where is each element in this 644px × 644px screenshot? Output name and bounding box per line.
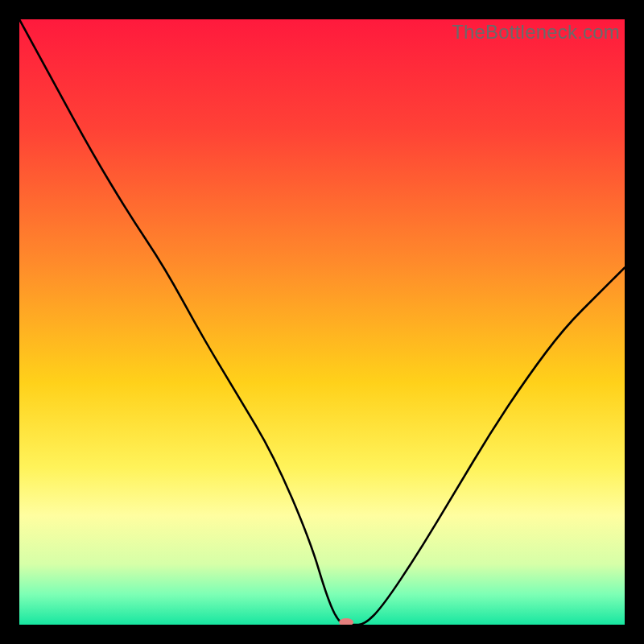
chart-frame: TheBottleneck.com <box>0 0 644 644</box>
gradient-background <box>19 19 625 625</box>
watermark-text: TheBottleneck.com <box>452 21 620 43</box>
plot-area: TheBottleneck.com <box>19 19 625 625</box>
bottleneck-chart <box>19 19 625 625</box>
